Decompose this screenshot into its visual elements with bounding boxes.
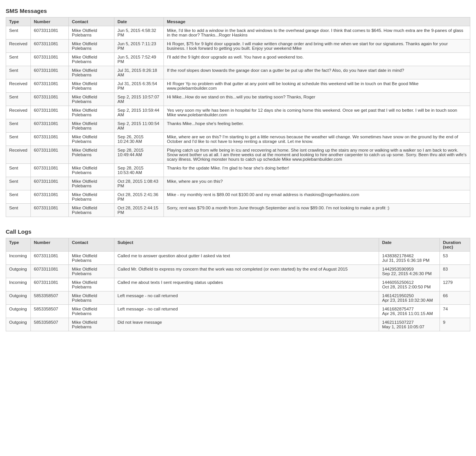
sms-table-row: Sent 6073311081 Mike OldfieldPolebarns J… <box>6 66 470 79</box>
sms-message: HI Roger Yp no problem with that gutter … <box>164 79 470 93</box>
sms-number: 6073311081 <box>31 133 69 146</box>
sms-contact: Mike OldfieldPolebarns <box>69 26 114 40</box>
call-subject: Called me about texts I sent requesting … <box>114 278 379 291</box>
sms-type: Sent <box>6 164 31 177</box>
call-type: Incoming <box>6 252 31 265</box>
sms-date: Jun 5, 2015 4:58:32 PM <box>114 26 164 40</box>
calls-table-row: Incoming 6073311081 Mike OldfieldPolebar… <box>6 278 470 291</box>
call-subject: Called Mr. Oldfield to express my concer… <box>114 265 379 278</box>
sms-table-row: Sent 6073311081 Mike OldfieldPolebarns O… <box>6 177 470 190</box>
sms-number: 6073311081 <box>31 53 69 66</box>
call-type: Outgoing <box>6 305 31 318</box>
sms-date: Sep 2, 2015 10:59:44 AM <box>114 106 164 119</box>
sms-message: Hi Mike...How do we stand on this...will… <box>164 93 470 106</box>
sms-message: Thanks Mike...hope she's feeling better. <box>164 119 470 133</box>
sms-message: I'll add the 9 light door upgrade as wel… <box>164 53 470 66</box>
call-duration: 1279 <box>440 278 470 291</box>
call-date: 1461421950250Apr 23, 2016 10:32:30 AM <box>379 291 440 305</box>
sms-col-date: Date <box>114 17 164 26</box>
call-date: 1438382178462Jul 31, 2015 6:36:18 PM <box>379 252 440 265</box>
sms-type: Sent <box>6 133 31 146</box>
calls-table-row: Outgoing 5853358507 Mike OldfieldPolebar… <box>6 291 470 305</box>
sms-message: Playing catch up from wife being in icu … <box>164 146 470 164</box>
sms-contact: Mike OldfieldPolebarns <box>69 204 114 217</box>
call-duration: 74 <box>440 305 470 318</box>
sms-type: Sent <box>6 177 31 190</box>
call-date: 1442953590959Sep 22, 2015 4:26:30 PM <box>379 265 440 278</box>
sms-message: Mike, where are you on this? <box>164 177 470 190</box>
sms-number: 6073311081 <box>31 79 69 93</box>
sms-number: 6073311081 <box>31 164 69 177</box>
call-number: 5853358507 <box>31 291 69 305</box>
sms-number: 6073311081 <box>31 26 69 40</box>
calls-col-contact: Contact <box>69 238 114 252</box>
call-duration: 83 <box>440 265 470 278</box>
sms-number: 6073311081 <box>31 93 69 106</box>
sms-date: Sep 2, 2015 10:57:07 AM <box>114 93 164 106</box>
sms-message: Hi Roger, $75 for 9 light door upgrade. … <box>164 40 470 53</box>
call-duration: 66 <box>440 291 470 305</box>
call-date: 1462111507227May 1, 2016 10:05:07 <box>379 318 440 331</box>
sms-table-row: Sent 6073311081 Mike OldfieldPolebarns S… <box>6 119 470 133</box>
calls-table-body: Incoming 6073311081 Mike OldfieldPolebar… <box>6 252 470 331</box>
sms-number: 6073311081 <box>31 66 69 79</box>
sms-contact: Mike OldfieldPolebarns <box>69 53 114 66</box>
call-contact: Mike OldfieldPolebarns <box>69 252 114 265</box>
call-contact: Mike OldfieldPolebarns <box>69 305 114 318</box>
sms-date: Oct 28, 2015 2:44:15 PM <box>114 204 164 217</box>
sms-contact: Mike OldfieldPolebarns <box>69 106 114 119</box>
sms-table-row: Received 6073311081 Mike OldfieldPolebar… <box>6 146 470 164</box>
sms-date: Oct 28, 2015 2:41:36 PM <box>114 190 164 204</box>
sms-date: Jun 5, 2015 7:11:23 PM <box>114 40 164 53</box>
sms-type: Sent <box>6 26 31 40</box>
calls-col-type: Type <box>6 238 31 252</box>
sms-contact: Mike OldfieldPolebarns <box>69 93 114 106</box>
sms-table: Type Number Contact Date Message Sent 60… <box>6 17 470 217</box>
sms-table-row: Sent 6073311081 Mike OldfieldPolebarns O… <box>6 190 470 204</box>
sms-message: Mike, where are we on this? I'm starting… <box>164 133 470 146</box>
call-subject: Left message - no call returned <box>114 291 379 305</box>
sms-header-row: Type Number Contact Date Message <box>6 17 470 26</box>
sms-date: Jul 31, 2015 6:35:54 PM <box>114 79 164 93</box>
sms-type: Sent <box>6 66 31 79</box>
sms-number: 6073311081 <box>31 40 69 53</box>
sms-type: Received <box>6 79 31 93</box>
call-number: 5853358507 <box>31 305 69 318</box>
call-date: 1446055250612Oct 28, 2015 2:00:50 PM <box>379 278 440 291</box>
calls-title: Call Logs <box>6 228 470 235</box>
call-number: 6073311081 <box>31 265 69 278</box>
sms-section: SMS Messages Type Number Contact Date Me… <box>6 8 470 217</box>
sms-date: Sep 28, 2015 10:49:44 AM <box>114 146 164 164</box>
sms-message: If the roof slopes down towards the gara… <box>164 66 470 79</box>
sms-contact: Mike OldfieldPolebarns <box>69 79 114 93</box>
sms-type: Sent <box>6 204 31 217</box>
sms-date: Sep 28, 2015 10:53:40 AM <box>114 164 164 177</box>
call-subject: Called me to answer question about gutte… <box>114 252 379 265</box>
sms-table-row: Received 6073311081 Mike OldfieldPolebar… <box>6 106 470 119</box>
call-contact: Mike OldfieldPolebarns <box>69 278 114 291</box>
sms-title: SMS Messages <box>6 8 470 14</box>
call-contact: Mike OldfieldPolebarns <box>69 291 114 305</box>
calls-table: Type Number Contact Subject Date Duratio… <box>6 238 470 331</box>
call-contact: Mike OldfieldPolebarns <box>69 318 114 331</box>
sms-table-row: Sent 6073311081 Mike OldfieldPolebarns J… <box>6 26 470 40</box>
calls-table-row: Outgoing 5853358507 Mike OldfieldPolebar… <box>6 318 470 331</box>
sms-number: 6073311081 <box>31 146 69 164</box>
call-contact: Mike OldfieldPolebarns <box>69 265 114 278</box>
sms-message: Mike, I'd like to add a window in the ba… <box>164 26 470 40</box>
sms-type: Sent <box>6 53 31 66</box>
sms-table-row: Sent 6073311081 Mike OldfieldPolebarns S… <box>6 164 470 177</box>
sms-contact: Mike OldfieldPolebarns <box>69 146 114 164</box>
call-number: 5853358507 <box>31 318 69 331</box>
sms-table-body: Sent 6073311081 Mike OldfieldPolebarns J… <box>6 26 470 217</box>
sms-col-number: Number <box>31 17 69 26</box>
call-subject: Left message - no call returned <box>114 305 379 318</box>
calls-table-row: Incoming 6073311081 Mike OldfieldPolebar… <box>6 252 470 265</box>
call-subject: Did not leave message <box>114 318 379 331</box>
sms-date: Oct 28, 2015 1:08:43 PM <box>114 177 164 190</box>
call-number: 6073311081 <box>31 252 69 265</box>
sms-number: 6073311081 <box>31 106 69 119</box>
call-type: Outgoing <box>6 318 31 331</box>
sms-contact: Mike OldfieldPolebarns <box>69 40 114 53</box>
sms-number: 6073311081 <box>31 204 69 217</box>
